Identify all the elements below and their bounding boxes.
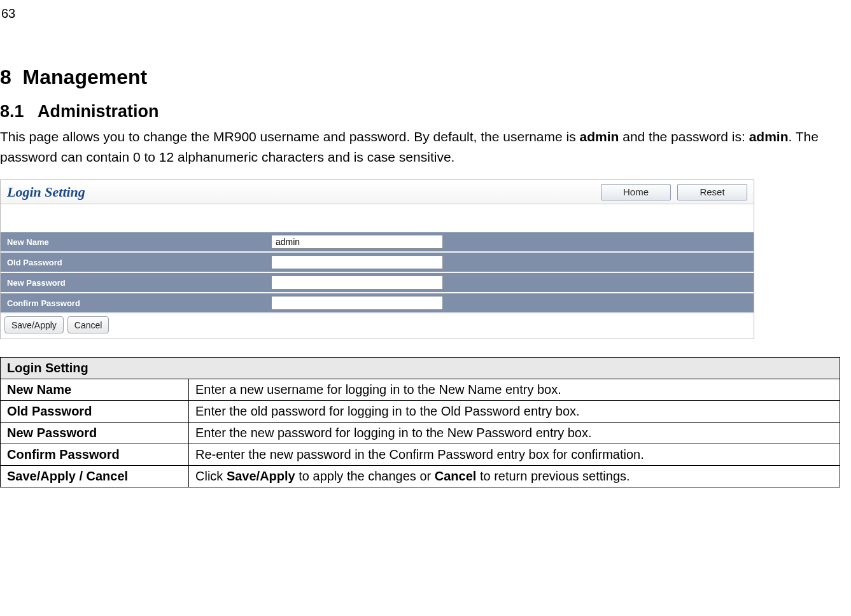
reset-button[interactable]: Reset (677, 184, 747, 200)
desc-text: to apply the changes or (295, 469, 435, 483)
input-new-name-field[interactable] (274, 235, 440, 249)
description-table: Login Setting New Name Enter a new usern… (0, 357, 840, 487)
label-new-password: New Password (1, 278, 271, 288)
intro-text2: and the password is: (619, 129, 749, 144)
intro-bold-admin2: admin (749, 129, 789, 144)
desc-bold: Save/Apply (227, 469, 295, 483)
intro-bold-admin1: admin (580, 129, 619, 144)
table-row: Old Password Enter the old password for … (1, 401, 840, 423)
intro-text: This page allows you to change the MR900… (0, 129, 580, 144)
panel-header: Login Setting Home Reset (1, 180, 754, 204)
panel-actions: Save/Apply Cancel (1, 314, 754, 339)
cancel-button[interactable]: Cancel (67, 316, 109, 333)
table-cell-desc: Re-enter the new password in the Confirm… (189, 444, 840, 466)
table-cell-name: Save/Apply / Cancel (1, 466, 189, 487)
desc-bold: Cancel (435, 469, 477, 483)
panel-spacer (1, 204, 754, 232)
row-new-name: New Name (1, 232, 754, 253)
table-row: New Password Enter the new password for … (1, 423, 840, 444)
table-cell-desc: Click Save/Apply to apply the changes or… (189, 466, 840, 487)
label-confirm-password: Confirm Password (1, 298, 271, 308)
table-row: New Name Enter a new username for loggin… (1, 379, 840, 401)
save-apply-button[interactable]: Save/Apply (4, 316, 64, 333)
input-new-password-field[interactable] (274, 276, 440, 290)
home-button[interactable]: Home (601, 184, 671, 200)
row-confirm-password: Confirm Password (1, 293, 754, 314)
table-cell-name: New Name (1, 379, 189, 401)
table-header: Login Setting (1, 358, 840, 379)
table-row: Confirm Password Re-enter the new passwo… (1, 444, 840, 466)
table-cell-name: Old Password (1, 401, 189, 423)
page-number: 63 (0, 6, 851, 21)
login-setting-panel: Login Setting Home Reset New Name Old Pa… (0, 179, 754, 339)
table-cell-name: New Password (1, 423, 189, 444)
input-old-password-field[interactable] (274, 255, 440, 269)
label-new-name: New Name (1, 237, 271, 247)
input-old-password[interactable] (271, 255, 443, 269)
panel-title: Login Setting (7, 184, 85, 200)
heading-administration: 8.1 Administration (0, 102, 851, 122)
table-cell-desc: Enter a new username for logging in to t… (189, 379, 840, 401)
table-cell-desc: Enter the old password for logging in to… (189, 401, 840, 423)
row-new-password: New Password (1, 273, 754, 293)
table-cell-desc: Enter the new password for logging in to… (189, 423, 840, 444)
desc-text: Click (195, 469, 227, 483)
input-confirm-password[interactable] (271, 296, 443, 310)
input-new-name[interactable] (271, 235, 443, 249)
label-old-password: Old Password (1, 258, 271, 267)
input-new-password[interactable] (271, 276, 443, 290)
table-row: Save/Apply / Cancel Click Save/Apply to … (1, 466, 840, 487)
desc-text: to return previous settings. (476, 469, 629, 483)
intro-paragraph: This page allows you to change the MR900… (0, 127, 851, 167)
heading-management: 8 Management (0, 66, 851, 89)
input-confirm-password-field[interactable] (274, 296, 440, 310)
table-cell-name: Confirm Password (1, 444, 189, 466)
row-old-password: Old Password (1, 253, 754, 273)
